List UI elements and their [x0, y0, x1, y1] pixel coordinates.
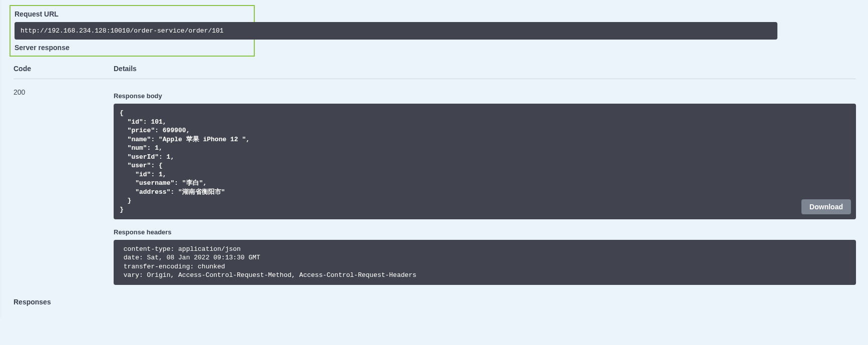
response-headers-content[interactable]: content-type: application/json date: Sat… — [114, 240, 856, 285]
response-row: 200 Response body { "id": 101, "price": … — [14, 88, 856, 285]
response-body-label: Response body — [114, 92, 856, 100]
response-headers-label: Response headers — [114, 228, 856, 236]
request-url-label: Request URL — [15, 10, 250, 18]
code-column-header: Code — [14, 65, 114, 73]
highlighted-region: Request URL http://192.168.234.128:10010… — [10, 5, 255, 57]
details-column-header: Details — [114, 65, 856, 73]
response-body-content[interactable]: { "id": 101, "price": 699900, "name": "A… — [114, 104, 856, 219]
responses-section-label: Responses — [14, 298, 856, 306]
request-url-value[interactable]: http://192.168.234.128:10010/order-servi… — [15, 22, 777, 40]
response-table-header: Code Details — [14, 65, 856, 79]
download-button[interactable]: Download — [801, 199, 851, 214]
status-code: 200 — [14, 88, 114, 285]
server-response-label: Server response — [15, 44, 250, 52]
